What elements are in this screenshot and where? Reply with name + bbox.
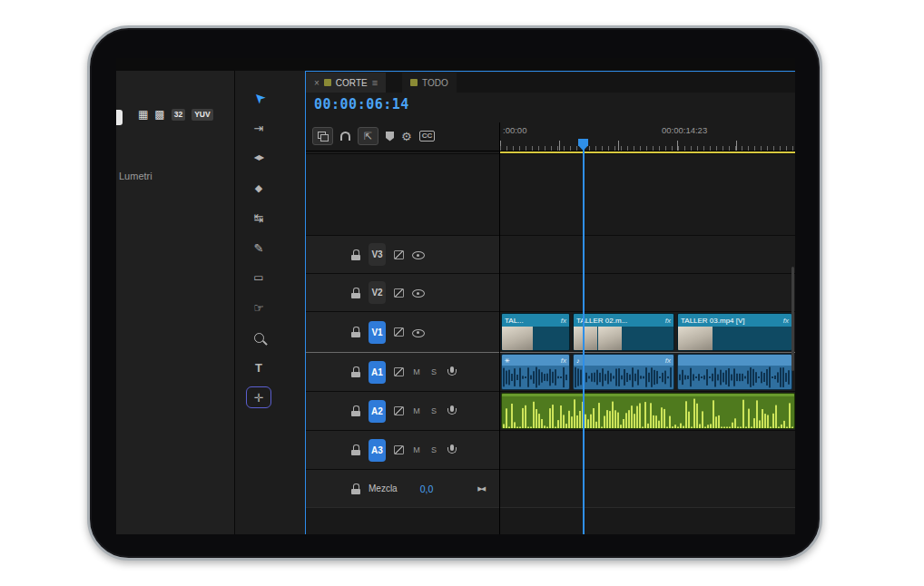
ripple-edit-tool[interactable]: ◀▶	[246, 147, 271, 169]
ripple-edit-icon: ◀▶	[254, 154, 263, 161]
clip-effect-icon: ✳	[505, 357, 510, 364]
tab-todo[interactable]: TODO	[402, 73, 457, 93]
clip-fx-badge: fx	[665, 317, 671, 325]
hand-tool[interactable]: ☞	[246, 297, 271, 318]
selection-tool[interactable]: ➤	[246, 87, 271, 109]
track-output-eye-icon[interactable]	[412, 249, 425, 260]
mute-button[interactable]: M	[412, 445, 421, 454]
track-output-eye-icon[interactable]	[412, 288, 425, 298]
lock-icon[interactable]	[351, 444, 360, 455]
sync-lock-icon[interactable]	[394, 445, 404, 454]
lock-icon[interactable]	[351, 405, 360, 416]
playhead-timecode[interactable]: 00:00:06:14	[314, 96, 409, 112]
mute-button[interactable]: M	[412, 367, 421, 376]
track-target-badge-v1[interactable]: V1	[369, 321, 386, 344]
nest-toggle-button[interactable]	[312, 127, 333, 145]
timeline-bottom-area	[306, 507, 795, 534]
app-screen: ▦ ▩ 32 YUV Lumetri ➤ ⇥ ◀▶ ◆ ↹ ✎ ▭ ☞ T ✛ …	[116, 58, 795, 534]
track-content-a3[interactable]	[499, 431, 795, 469]
bit-depth-badge[interactable]: 32	[172, 109, 185, 121]
track-content-mezcla[interactable]	[499, 470, 795, 507]
track-target-badge-a1[interactable]: A1	[369, 361, 386, 384]
video-clip-3[interactable]: TALLER 03.mp4 [V]fx	[677, 313, 792, 351]
lock-icon[interactable]	[351, 483, 360, 494]
audio-clip-2[interactable]: ♪fx	[573, 354, 674, 390]
type-tool[interactable]: T	[246, 356, 271, 378]
vertical-scrollbar[interactable]	[791, 267, 794, 371]
timeline-settings-wrench-icon[interactable]: ⚙	[401, 131, 412, 142]
partial-panel-icon[interactable]	[116, 110, 123, 125]
master-pan-value[interactable]: 0,0	[420, 483, 434, 494]
track-row-v2: V2	[306, 273, 795, 311]
track-select-forward-tool[interactable]: ⇥	[246, 117, 271, 139]
snap-icon[interactable]	[340, 132, 350, 141]
track-output-eye-icon[interactable]	[412, 327, 425, 337]
timeline-panel: × CORTE ≡ TODO 00:00:06:14 ⇱ ⚙ CC :00:00	[305, 71, 795, 534]
clip-thumbnail	[574, 327, 597, 350]
solo-button[interactable]: S	[429, 406, 438, 415]
linked-selection-button[interactable]: ⇱	[358, 127, 378, 145]
lock-icon[interactable]	[351, 366, 360, 377]
zoom-tool[interactable]	[246, 327, 271, 348]
track-target-badge-a3[interactable]: A3	[369, 439, 386, 462]
close-tab-icon[interactable]: ×	[314, 78, 319, 88]
clip-effect-icon: ♪	[576, 357, 580, 364]
sync-lock-icon[interactable]	[394, 288, 404, 298]
slip-tool[interactable]: ↹	[246, 207, 271, 229]
transform-icon: ✛	[254, 392, 264, 404]
track-row-a3: A3 M S	[306, 430, 795, 469]
track-target-badge-v3[interactable]: V3	[369, 243, 386, 266]
sync-lock-icon[interactable]	[394, 367, 404, 376]
colorspace-badge[interactable]: YUV	[192, 109, 212, 121]
ruler-start-label: :00:00	[503, 125, 526, 135]
audio-waveform	[678, 366, 791, 389]
scope-icon-b[interactable]: ▩	[154, 109, 164, 120]
razor-tool[interactable]: ◆	[246, 177, 271, 199]
music-clip[interactable]	[501, 393, 795, 429]
pen-tool[interactable]: ✎	[246, 237, 271, 259]
track-content-v2[interactable]	[499, 274, 795, 311]
clip-fx-badge: fx	[561, 317, 566, 325]
lumetri-panel-title: Lumetri	[119, 171, 152, 181]
video-clip-2[interactable]: TALLER 02.m...fx	[573, 313, 674, 351]
track-target-badge-v2[interactable]: V2	[369, 281, 386, 304]
track-content-a2[interactable]	[499, 392, 795, 430]
time-ruler[interactable]: :00:00 00:00:14:23	[499, 122, 795, 151]
clip-thumbnail	[502, 327, 533, 350]
rectangle-tool[interactable]: ▭	[246, 267, 271, 288]
sync-lock-icon[interactable]	[394, 406, 404, 415]
solo-button[interactable]: S	[429, 367, 438, 376]
track-row-mezcla: Mezcla 0,0 ▶◀	[306, 469, 795, 507]
track-header-a1: A1 M S	[306, 353, 499, 391]
track-header-v3: V3	[306, 236, 499, 273]
scope-icon-a[interactable]: ▦	[138, 109, 148, 120]
marker-icon[interactable]	[386, 132, 394, 142]
voiceover-mic-icon[interactable]	[447, 444, 457, 456]
lock-icon[interactable]	[351, 249, 360, 260]
audio-clip-3[interactable]	[677, 354, 792, 390]
track-header-v2: V2	[306, 274, 499, 311]
captions-icon[interactable]: CC	[419, 131, 436, 142]
sync-lock-icon[interactable]	[394, 327, 404, 337]
panel-menu-icon[interactable]: ≡	[372, 77, 378, 88]
lock-icon[interactable]	[351, 327, 360, 337]
transform-tool[interactable]: ✛	[246, 386, 271, 408]
sync-lock-icon[interactable]	[394, 250, 404, 259]
track-content-v1[interactable]: TAL...fx TALLER 02.m...fx TALLER 03.mp4 …	[499, 312, 795, 352]
sequence-icon	[410, 79, 418, 86]
solo-button[interactable]: S	[429, 445, 438, 454]
zoom-icon	[254, 333, 264, 343]
video-clip-1[interactable]: TAL...fx	[501, 313, 570, 351]
lock-icon[interactable]	[351, 288, 360, 298]
voiceover-mic-icon[interactable]	[447, 366, 457, 378]
track-content-v3[interactable]	[499, 236, 795, 273]
pan-icon[interactable]: ▶◀	[477, 485, 484, 493]
track-target-badge-a2[interactable]: A2	[369, 400, 386, 423]
audio-clip-1[interactable]: ✳fx	[501, 354, 570, 390]
playhead-line[interactable]	[583, 141, 585, 534]
clip-thumbnail	[678, 327, 713, 350]
track-content-a1[interactable]: ✳fx ♪fx	[499, 353, 795, 391]
voiceover-mic-icon[interactable]	[447, 405, 457, 417]
mute-button[interactable]: M	[412, 406, 421, 415]
tab-corte[interactable]: × CORTE ≡	[306, 73, 386, 93]
